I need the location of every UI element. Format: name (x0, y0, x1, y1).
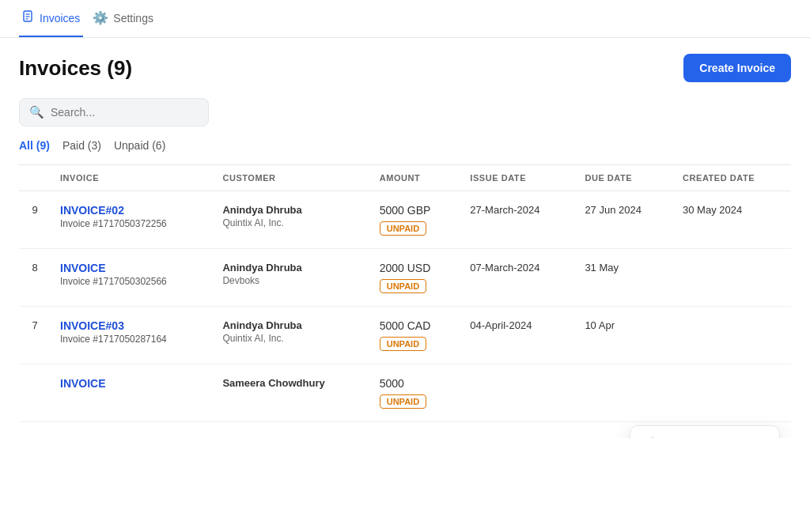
page-header: Invoices (9) Create Invoice (19, 54, 791, 82)
amount-value: 2000 USD (380, 262, 452, 274)
customer-name: Sameera Chowdhury (222, 377, 360, 389)
col-due-date: DUE DATE (575, 165, 673, 191)
customer-company: Devboks (222, 275, 360, 286)
customer-company: Quintix AI, Inc. (222, 333, 360, 344)
nav-tab-settings-label: Settings (113, 12, 153, 25)
status-badge: UNPAID (380, 337, 426, 351)
row-num (19, 364, 51, 422)
filter-tab-unpaid[interactable]: Unpaid (6) (114, 139, 165, 152)
created-date-cell: 30 May 2024 (673, 191, 791, 249)
search-icon: 🔍 (29, 105, 44, 119)
nav-tab-invoices[interactable]: Invoices (19, 0, 83, 37)
create-invoice-button[interactable]: Create Invoice (683, 54, 791, 82)
table-header: INVOICE CUSTOMER AMOUNT ISSUE DATE DUE D… (19, 165, 791, 191)
amount-cell: 5000 CAD UNPAID (370, 307, 461, 364)
invoice-name: INVOICE (60, 262, 203, 274)
invoice-cell: INVOICE#03 Invoice #1717050287164 (51, 307, 213, 364)
customer-cell: Anindya Dhruba Quintix AI, Inc. (213, 307, 369, 364)
status-badge: UNPAID (380, 394, 426, 409)
table-row: INVOICE Sameera Chowdhury 5000 UNPAID (19, 364, 791, 422)
table-wrapper: INVOICE CUSTOMER AMOUNT ISSUE DATE DUE D… (19, 164, 791, 422)
col-amount: AMOUNT (370, 165, 461, 191)
row-num: 9 (19, 191, 51, 249)
invoice-name: INVOICE#02 (60, 204, 203, 217)
issue-date-cell: 27-March-2024 (460, 191, 575, 249)
issue-date-cell (460, 364, 575, 422)
search-bar[interactable]: 🔍 (19, 98, 209, 126)
issue-date-cell: 04-April-2024 (460, 307, 575, 364)
top-nav: Invoices ⚙️ Settings (0, 0, 810, 38)
customer-name: Anindya Dhruba (222, 262, 360, 274)
row-num: 7 (19, 307, 51, 364)
created-date-cell (673, 249, 791, 307)
col-invoice: INVOICE (51, 165, 213, 191)
amount-cell: 2000 USD UNPAID (370, 249, 461, 307)
filter-tab-all[interactable]: All (9) (19, 139, 50, 152)
nav-tab-invoices-label: Invoices (40, 12, 80, 25)
context-menu: View Edit Download Make a copy Mark as p… (630, 425, 780, 438)
customer-name: Anindya Dhruba (222, 204, 360, 216)
issue-date-cell: 07-March-2024 (460, 249, 575, 307)
page-title: Invoices (9) (19, 56, 132, 81)
table-body: 9 INVOICE#02 Invoice #1717050372256 Anin… (19, 191, 791, 422)
context-menu-label: View (668, 437, 692, 438)
table-row: 9 INVOICE#02 Invoice #1717050372256 Anin… (19, 191, 791, 249)
amount-cell: 5000 GBP UNPAID (370, 191, 461, 249)
customer-cell: Anindya Dhruba Quintix AI, Inc. (213, 191, 369, 249)
invoice-id: Invoice #1717050287164 (60, 334, 203, 345)
search-input[interactable] (51, 106, 199, 119)
col-customer: CUSTOMER (213, 165, 369, 191)
filter-tabs: All (9) Paid (3) Unpaid (6) (19, 139, 791, 152)
customer-name: Anindya Dhruba (222, 319, 360, 331)
context-menu-item-view[interactable]: View (630, 426, 779, 438)
amount-value: 5000 GBP (380, 204, 452, 217)
due-date-cell: 27 Jun 2024 (575, 191, 673, 249)
status-badge: UNPAID (380, 279, 426, 293)
amount-cell: 5000 UNPAID (370, 364, 461, 422)
amount-value: 5000 CAD (380, 319, 452, 332)
nav-tab-settings[interactable]: ⚙️ Settings (89, 0, 157, 37)
created-date-cell (673, 364, 791, 422)
created-date-cell (673, 307, 791, 364)
col-issue-date: ISSUE DATE (460, 165, 575, 191)
invoice-name: INVOICE (60, 377, 203, 390)
col-num (19, 165, 51, 191)
invoice-id: Invoice #1717050372256 (60, 218, 203, 229)
invoice-cell: INVOICE Invoice #1717050302566 (51, 249, 213, 307)
due-date-cell: 31 May (575, 249, 673, 307)
page-content: Invoices (9) Create Invoice 🔍 All (9) Pa… (0, 38, 810, 438)
customer-cell: Sameera Chowdhury (213, 364, 369, 422)
filter-tab-paid[interactable]: Paid (3) (62, 139, 101, 152)
invoice-table: INVOICE CUSTOMER AMOUNT ISSUE DATE DUE D… (19, 164, 791, 422)
invoice-name: INVOICE#03 (60, 319, 203, 332)
row-num: 8 (19, 249, 51, 307)
customer-company: Quintix AI, Inc. (222, 217, 360, 228)
col-created-date: CREATED DATE (673, 165, 791, 191)
settings-icon: ⚙️ (93, 10, 108, 25)
table-row: 8 INVOICE Invoice #1717050302566 Anindya… (19, 249, 791, 307)
due-date-cell (575, 364, 673, 422)
invoice-id: Invoice #1717050302566 (60, 276, 203, 287)
customer-cell: Anindya Dhruba Devboks (213, 249, 369, 307)
amount-value: 5000 (380, 377, 452, 390)
invoices-icon (22, 10, 35, 26)
status-badge: UNPAID (380, 221, 426, 236)
invoice-cell: INVOICE (51, 364, 213, 422)
invoice-cell: INVOICE#02 Invoice #1717050372256 (51, 191, 213, 249)
due-date-cell: 10 Apr (575, 307, 673, 364)
view-icon (645, 435, 660, 438)
table-row: 7 INVOICE#03 Invoice #1717050287164 Anin… (19, 307, 791, 364)
